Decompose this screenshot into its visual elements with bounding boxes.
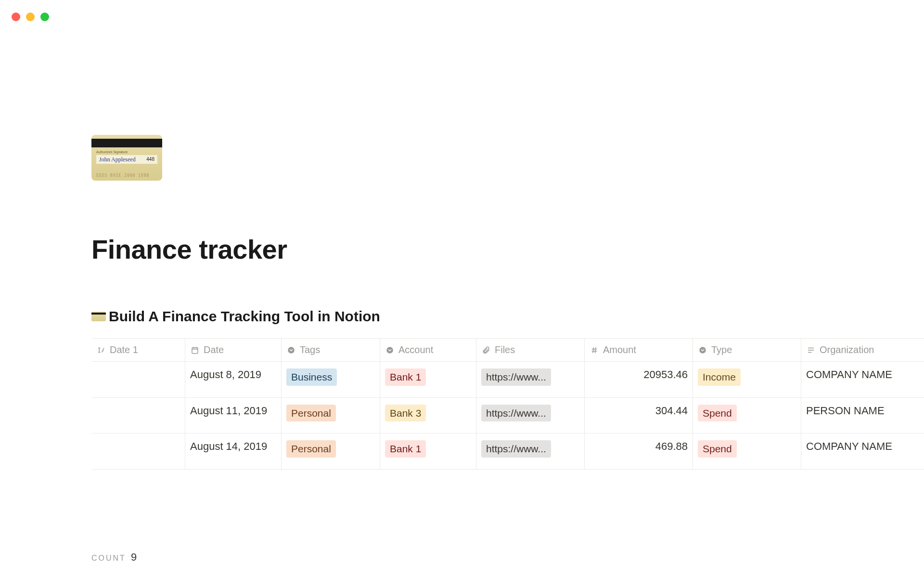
cell-account[interactable]: Bank 3: [380, 398, 476, 434]
amount-text: 20953.46: [643, 368, 688, 381]
tag-pill: Income: [698, 368, 741, 386]
svg-point-2: [386, 347, 393, 354]
attachment-property-icon: [481, 345, 491, 355]
table-header-row: Date 1 Date Tags Account: [91, 339, 924, 362]
card-sig-number: 448: [146, 155, 154, 164]
cell-organization[interactable]: COMPANY NAME: [801, 362, 924, 397]
cell-organization[interactable]: PERSON NAME: [801, 398, 924, 434]
column-header-account[interactable]: Account: [380, 339, 476, 361]
select-property-icon: [385, 345, 395, 355]
maximize-window-button[interactable]: [40, 13, 49, 21]
cell-amount[interactable]: 304.44: [585, 398, 693, 434]
tag-pill: Personal: [286, 405, 336, 422]
window-traffic-lights: [12, 13, 49, 21]
tag-pill: Bank 1: [385, 440, 426, 458]
cell-account[interactable]: Bank 1: [380, 434, 476, 469]
database-table: Date 1 Date Tags Account: [91, 338, 924, 470]
count-label: COUNT: [91, 554, 126, 563]
tag-pill: https://www...: [481, 440, 551, 458]
database-title-text: Build A Finance Tracking Tool in Notion: [109, 308, 380, 325]
column-header-amount[interactable]: Amount: [585, 339, 693, 361]
select-property-icon: [698, 345, 707, 355]
cell-tags[interactable]: Personal: [282, 434, 380, 469]
column-header-type[interactable]: Type: [693, 339, 801, 361]
tag-pill: https://www...: [481, 368, 551, 386]
tag-pill: https://www...: [481, 405, 551, 422]
cell-amount[interactable]: 469.88: [585, 434, 693, 469]
table-footer[interactable]: COUNT 9: [91, 551, 137, 564]
page-title[interactable]: Finance tracker: [91, 234, 924, 265]
cell-type[interactable]: Income: [693, 362, 801, 397]
page-icon-credit-card[interactable]: Authorized Signature John Appleseed 448 …: [91, 135, 162, 181]
card-emboss: EEES BVIE 2000 1VBB: [96, 173, 150, 178]
column-header-organization[interactable]: Organization: [801, 339, 924, 361]
page-content: Authorized Signature John Appleseed 448 …: [91, 135, 924, 470]
tag-pill: Personal: [286, 440, 336, 458]
number-property-icon: [590, 345, 599, 355]
cell-date1[interactable]: [91, 362, 185, 397]
cell-account[interactable]: Bank 1: [380, 362, 476, 397]
column-header-date1[interactable]: Date 1: [91, 339, 185, 361]
close-window-button[interactable]: [12, 13, 20, 21]
cell-type[interactable]: Spend: [693, 398, 801, 434]
column-header-date[interactable]: Date: [185, 339, 282, 361]
organization-text: COMPANY NAME: [806, 368, 892, 381]
column-label: Date: [204, 344, 224, 355]
cell-tags[interactable]: Personal: [282, 398, 380, 434]
column-label: Tags: [300, 344, 320, 355]
date-text: August 11, 2019: [190, 405, 267, 417]
cell-tags[interactable]: Business: [282, 362, 380, 397]
column-label: Organization: [820, 344, 874, 355]
cell-files[interactable]: https://www...: [476, 362, 585, 397]
svg-point-1: [288, 347, 295, 354]
date-property-icon: [190, 345, 200, 355]
cell-date[interactable]: August 8, 2019: [185, 362, 282, 397]
tag-pill: Bank 1: [385, 368, 426, 386]
select-property-icon: [286, 345, 296, 355]
column-label: Account: [398, 344, 433, 355]
cell-amount[interactable]: 20953.46: [585, 362, 693, 397]
svg-point-3: [699, 347, 706, 354]
card-signature: John Appleseed: [99, 156, 136, 163]
text-property-icon: [806, 345, 816, 355]
amount-text: 304.44: [655, 405, 688, 417]
column-label: Amount: [603, 344, 636, 355]
amount-text: 469.88: [655, 440, 688, 453]
svg-rect-0: [192, 347, 198, 353]
cell-files[interactable]: https://www...: [476, 434, 585, 469]
cell-date1[interactable]: [91, 434, 185, 469]
column-header-files[interactable]: Files: [476, 339, 585, 361]
cell-type[interactable]: Spend: [693, 434, 801, 469]
organization-text: PERSON NAME: [806, 405, 885, 417]
title-property-icon: [96, 345, 106, 355]
date-text: August 8, 2019: [190, 368, 261, 381]
cell-organization[interactable]: COMPANY NAME: [801, 434, 924, 469]
tag-pill: Spend: [698, 405, 737, 422]
tag-pill: Bank 3: [385, 405, 426, 422]
cell-files[interactable]: https://www...: [476, 398, 585, 434]
column-header-tags[interactable]: Tags: [282, 339, 380, 361]
credit-card-icon: [91, 312, 106, 321]
card-sig-label: Authorized Signature: [96, 150, 128, 154]
table-row[interactable]: August 14, 2019PersonalBank 1https://www…: [91, 434, 924, 470]
minimize-window-button[interactable]: [26, 13, 35, 21]
cell-date[interactable]: August 14, 2019: [185, 434, 282, 469]
database-title[interactable]: Build A Finance Tracking Tool in Notion: [91, 308, 924, 325]
tag-pill: Business: [286, 368, 337, 386]
column-label: Files: [495, 344, 515, 355]
date-text: August 14, 2019: [190, 440, 267, 453]
column-label: Date 1: [110, 344, 138, 355]
count-value: 9: [131, 551, 137, 564]
table-row[interactable]: August 8, 2019BusinessBank 1https://www.…: [91, 362, 924, 398]
organization-text: COMPANY NAME: [806, 440, 892, 453]
table-row[interactable]: August 11, 2019PersonalBank 3https://www…: [91, 398, 924, 434]
cell-date[interactable]: August 11, 2019: [185, 398, 282, 434]
column-label: Type: [711, 344, 732, 355]
cell-date1[interactable]: [91, 398, 185, 434]
tag-pill: Spend: [698, 440, 737, 458]
